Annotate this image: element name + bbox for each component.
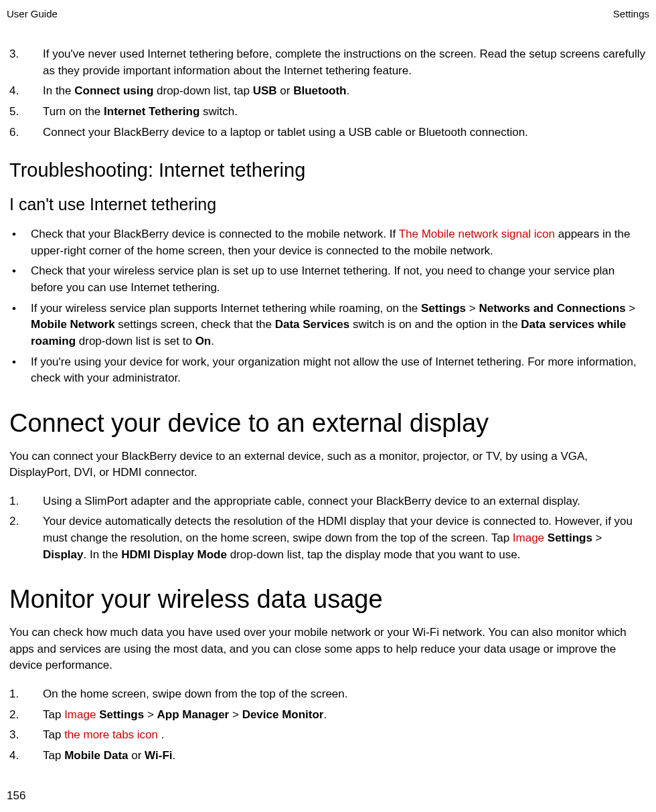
step-number: 6. (9, 125, 43, 141)
step-text: On the home screen, swipe down from the … (43, 686, 647, 703)
list-item: 3. If you've never used Internet tetheri… (9, 46, 647, 79)
step-text: Tap Mobile Data or Wi-Fi. (43, 748, 647, 764)
external-display-intro: You can connect your BlackBerry device t… (9, 449, 647, 481)
monitor-usage-title: Monitor your wireless data usage (9, 584, 647, 615)
step-text: Tap Image Settings > App Manager > Devic… (43, 707, 647, 724)
troubleshooting-title: Troubleshooting: Internet tethering (9, 159, 647, 181)
list-item: • Check that your wireless service plan … (9, 263, 647, 296)
list-item: 4. In the Connect using drop-down list, … (9, 83, 647, 100)
monitor-usage-steps: 1. On the home screen, swipe down from t… (9, 686, 647, 764)
step-text: Using a SlimPort adapter and the appropr… (43, 493, 647, 510)
step-text: Your device automatically detects the re… (43, 513, 647, 563)
bullet-text: If your wireless service plan supports I… (31, 301, 647, 350)
troubleshooting-bullets: • Check that your BlackBerry device is c… (9, 226, 647, 387)
header-left: User Guide (7, 8, 58, 19)
page-header: User Guide Settings (7, 8, 649, 19)
list-item: 4. Tap Mobile Data or Wi-Fi. (9, 748, 647, 764)
step-text: In the Connect using drop-down list, tap… (43, 83, 647, 100)
signal-icon-ref: The Mobile network signal icon (399, 228, 555, 240)
bullet-icon: • (9, 301, 31, 350)
list-item: • If you're using your device for work, … (9, 354, 647, 387)
list-item: 3. Tap the more tabs icon . (9, 727, 647, 744)
step-text: Connect your BlackBerry device to a lapt… (43, 125, 647, 141)
external-display-title: Connect your device to an external displ… (9, 408, 647, 439)
step-number: 1. (9, 493, 43, 510)
bullet-icon: • (9, 263, 31, 296)
bullet-icon: • (9, 354, 31, 387)
step-number: 4. (9, 83, 43, 100)
step-text: Turn on the Internet Tethering switch. (43, 104, 647, 120)
bullet-text: Check that your BlackBerry device is con… (31, 226, 647, 259)
more-tabs-icon-ref: the more tabs icon (64, 728, 158, 741)
list-item: 1. On the home screen, swipe down from t… (9, 686, 647, 703)
step-number: 3. (9, 727, 43, 744)
page-content: 3. If you've never used Internet tetheri… (7, 46, 649, 764)
step-number: 5. (9, 104, 43, 120)
list-item: • Check that your BlackBerry device is c… (9, 226, 647, 259)
page-number: 156 (7, 789, 25, 803)
step-number: 2. (9, 707, 43, 724)
step-number: 2. (9, 513, 43, 563)
bullet-text: If you're using your device for work, yo… (31, 354, 647, 387)
list-item: 2. Your device automatically detects the… (9, 513, 647, 563)
external-display-steps: 1. Using a SlimPort adapter and the appr… (9, 493, 647, 564)
step-number: 3. (9, 46, 43, 79)
step-number: 1. (9, 686, 43, 703)
bullet-icon: • (9, 226, 31, 259)
monitor-usage-intro: You can check how much data you have use… (9, 625, 647, 674)
bullet-text: Check that your wireless service plan is… (31, 263, 647, 296)
list-item: 2. Tap Image Settings > App Manager > De… (9, 707, 647, 724)
step-text: Tap the more tabs icon . (43, 727, 647, 744)
list-item: 5. Turn on the Internet Tethering switch… (9, 104, 647, 120)
image-icon-ref: Image (64, 708, 96, 721)
list-item: • If your wireless service plan supports… (9, 301, 647, 350)
steps-list-a: 3. If you've never used Internet tetheri… (9, 46, 647, 141)
image-icon-ref: Image (513, 532, 544, 544)
step-number: 4. (9, 748, 43, 764)
troubleshooting-subtitle: I can't use Internet tethering (9, 195, 647, 214)
header-right: Settings (613, 8, 649, 19)
list-item: 6. Connect your BlackBerry device to a l… (9, 125, 647, 141)
step-text: If you've never used Internet tethering … (43, 46, 647, 79)
list-item: 1. Using a SlimPort adapter and the appr… (9, 493, 647, 510)
